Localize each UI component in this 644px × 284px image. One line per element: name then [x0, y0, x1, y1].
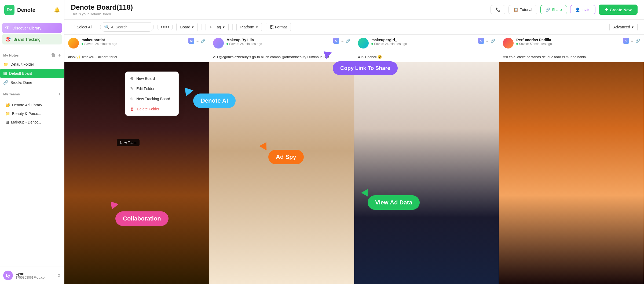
invite-icon: 👤 [575, 8, 580, 12]
team-makeup[interactable]: ▦ Makeup - Denot... [2, 118, 62, 126]
board-subtitle: This is your Default Board. [71, 12, 133, 16]
menu-new-tracking-board[interactable]: ⊕ New Tracking Board [125, 94, 178, 104]
share-button[interactable]: 🔗 Share [540, 5, 567, 14]
sidebar-footer: Ly Lynn 1755363061@qq.com ⚙ [0, 267, 64, 284]
board-filter-button[interactable]: Board ▾ [176, 23, 198, 31]
card-1-user-info: makeupartist Saved: 24 minutes ago [82, 38, 186, 46]
phone-button[interactable]: 📞 [491, 5, 505, 14]
tracking-board-icon: ⊕ [130, 96, 134, 101]
edit-folder-icon: ✎ [130, 86, 134, 91]
folder-icon: 📁 [3, 62, 8, 67]
team-denote-ad-library[interactable]: 👑 Denote Ad Library [2, 101, 62, 109]
card-4-user-info: Perfumerías Padilla Saved: 50 minutes ag… [516, 38, 620, 46]
crown-icon: 👑 [5, 103, 10, 107]
tutorial-icon: 📋 [514, 8, 518, 12]
folder-brooks[interactable]: 🔗 Brooks Dane [0, 78, 64, 87]
callout-view-ad-data[interactable]: View Ad Data [368, 195, 420, 210]
teams-section: 👑 Denote Ad Library 📁 Beauty & Perso... … [0, 99, 64, 129]
my-notes-section: My Notes 🗑 + [0, 48, 64, 60]
card-3-actions: AI ≡ 🔗 [478, 38, 495, 44]
sidebar-item-brand-tracking[interactable]: 🎯 Brand Tracking [2, 34, 62, 44]
bell-icon[interactable]: 🔔 [54, 7, 60, 13]
gear-icon[interactable]: ⚙ [57, 273, 61, 278]
sidebar-item-discover-library[interactable]: 👁 Discover Library [2, 23, 62, 33]
card-2-saved: Saved: 24 minutes ago [226, 42, 331, 46]
menu-new-board[interactable]: ⊕ New Board [125, 73, 178, 84]
search-input[interactable] [111, 25, 149, 29]
delete-icon: 🗑 [130, 107, 134, 111]
card-3-avatar [358, 38, 369, 48]
makeup-icon: ▦ [5, 120, 9, 124]
discover-icon: 👁 [5, 25, 10, 30]
sidebar-header: De Denote 🔔 [0, 0, 64, 20]
search-box[interactable]: 🔍 [100, 22, 154, 32]
callout-copy-link[interactable]: Copy Link To Share [333, 61, 398, 75]
card-2-list-icon[interactable]: ≡ [341, 39, 343, 43]
delete-notes-btn[interactable]: 🗑 [51, 53, 56, 58]
main-content: Denote Board(118) This is your Default B… [64, 0, 644, 284]
select-all-checkbox[interactable] [71, 25, 75, 29]
grid-view-button[interactable] [158, 24, 173, 30]
board-info: Denote Board(118) This is your Default B… [71, 3, 133, 16]
card-4-list-icon[interactable]: ≡ [631, 39, 633, 43]
card-1-header: makeupartist Saved: 24 minutes ago AI ≡ … [64, 35, 209, 52]
card-1-username: makeupartist [82, 38, 186, 42]
search-icon: 🔍 [104, 24, 109, 29]
card-3-image [354, 62, 499, 284]
card-4: Perfumerías Padilla Saved: 50 minutes ag… [499, 35, 644, 284]
folder-default[interactable]: 📁 Default Folder [0, 60, 64, 69]
card-4-ai-badge[interactable]: AI [623, 38, 629, 44]
menu-edit-folder[interactable]: ✎ Edit Folder [125, 84, 178, 94]
create-new-button[interactable]: ✚ Create New [599, 5, 638, 15]
card-1-list-icon[interactable]: ≡ [196, 39, 199, 43]
new-team-tooltip: New Team [117, 139, 140, 146]
tag-chevron-icon: ▾ [223, 25, 225, 29]
card-2-username: Makeup By Lila [226, 38, 331, 42]
card-2-ai-badge[interactable]: AI [333, 38, 339, 44]
card-3-ai-badge[interactable]: AI [478, 38, 484, 44]
card-1-ai-badge[interactable]: AI [188, 38, 194, 44]
card-1-saved: Saved: 24 minutes ago [82, 42, 186, 46]
add-team-btn[interactable]: + [58, 91, 61, 97]
tag-filter-button[interactable]: 🏷 Tag ▾ [206, 23, 229, 31]
card-2-link-icon[interactable]: 🔗 [346, 39, 350, 43]
card-4-avatar [503, 38, 514, 48]
card-4-description: Así es el crece pestañas del que todo el… [499, 52, 644, 62]
user-info: Lynn 1755363061@qq.com [16, 271, 54, 279]
invite-button[interactable]: 👤 Invite [570, 5, 595, 14]
sidebar-nav: 👁 Discover Library 🎯 Brand Tracking [0, 20, 64, 48]
card-1-avatar [68, 38, 79, 48]
advanced-filter-button[interactable]: Advanced ▾ [609, 23, 638, 31]
team-beauty[interactable]: 📁 Beauty & Perso... [2, 109, 62, 118]
add-notes-btn[interactable]: + [58, 53, 61, 58]
callout-collaboration[interactable]: Collaboration [115, 211, 169, 226]
callout-denote-ai[interactable]: Denote AI [193, 94, 236, 108]
board-default[interactable]: ▦ Default Board [0, 69, 64, 78]
board-title: Denote Board(118) [71, 3, 133, 12]
separator-3 [232, 24, 233, 30]
platform-filter-button[interactable]: Platform ▾ [236, 23, 262, 31]
callout-ad-spy[interactable]: Ad Spy [268, 150, 304, 164]
card-3-header: makeupergirl_ Saved: 24 minutes ago AI ≡… [354, 35, 499, 52]
card-4-image [499, 62, 644, 284]
logo-text: Denote [17, 7, 35, 13]
format-icon: 🖼 [270, 25, 273, 29]
sidebar: De Denote 🔔 👁 Discover Library 🎯 Brand T… [0, 0, 64, 284]
tutorial-button[interactable]: 📋 Tutorial [508, 5, 537, 14]
menu-delete-folder[interactable]: 🗑 Delete Folder [125, 104, 178, 114]
card-2-header: Makeup By Lila Saved: 24 minutes ago AI … [209, 35, 354, 52]
beauty-folder-icon: 📁 [5, 111, 10, 116]
context-menu: ⊕ New Board ✎ Edit Folder ⊕ New Tracking… [125, 72, 179, 116]
plus-icon: ✚ [605, 7, 608, 12]
card-3-list-icon[interactable]: ≡ [486, 39, 488, 43]
card-1-actions: AI ≡ 🔗 [188, 38, 205, 44]
card-1-link-icon[interactable]: 🔗 [201, 39, 205, 43]
card-4-link-icon[interactable]: 🔗 [635, 39, 640, 43]
card-2-description: AD @cgonzalezbeauty's go-to blush combo … [209, 52, 354, 62]
my-teams-section: My Teams + [0, 87, 64, 99]
format-filter-button[interactable]: 🖼 Format [266, 23, 291, 31]
card-3-link-icon[interactable]: 🔗 [491, 39, 495, 43]
content-grid: makeupartist Saved: 24 minutes ago AI ≡ … [64, 35, 644, 284]
select-all-control[interactable]: Select All [71, 25, 92, 29]
card-4-actions: AI ≡ 🔗 [623, 38, 640, 44]
